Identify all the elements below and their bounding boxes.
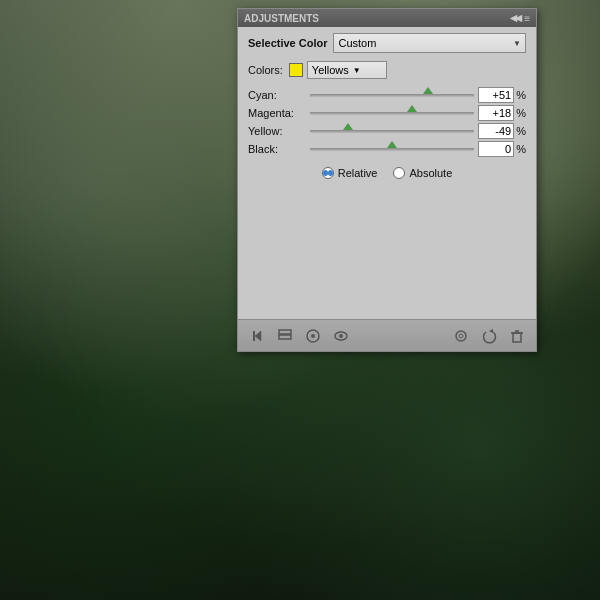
yellow-slider[interactable] xyxy=(310,124,474,138)
empty-area xyxy=(248,179,526,309)
black-value[interactable]: 0 xyxy=(478,141,514,157)
black-label: Black: xyxy=(248,143,306,155)
cyan-thumb[interactable] xyxy=(423,87,433,94)
color-dropdown[interactable]: Yellows ▼ xyxy=(307,61,387,79)
settings-icon xyxy=(453,328,469,344)
adjustments-panel: ADJUSTMENTS ◀◀ ≡ Selective Color Custom … xyxy=(237,8,537,352)
eye-icon xyxy=(333,328,349,344)
magenta-pct: % xyxy=(516,107,526,119)
color-dropdown-arrow: ▼ xyxy=(353,66,361,75)
yellow-track xyxy=(310,130,474,133)
toolbar-settings-btn[interactable] xyxy=(450,325,472,347)
magenta-thumb[interactable] xyxy=(407,105,417,112)
relative-option[interactable]: Relative xyxy=(322,167,378,179)
black-slider[interactable] xyxy=(310,142,474,156)
cyan-slider[interactable] xyxy=(310,88,474,102)
relative-label: Relative xyxy=(338,167,378,179)
svg-point-5 xyxy=(311,334,315,338)
black-track xyxy=(310,148,474,151)
svg-rect-1 xyxy=(253,331,255,341)
cyan-value[interactable]: +51 xyxy=(478,87,514,103)
cyan-row: Cyan: +51 % xyxy=(248,87,526,103)
toolbar-reset-btn[interactable] xyxy=(478,325,500,347)
relative-radio[interactable] xyxy=(322,167,334,179)
yellow-pct: % xyxy=(516,125,526,137)
absolute-radio[interactable] xyxy=(393,167,405,179)
svg-rect-3 xyxy=(279,335,291,339)
svg-marker-10 xyxy=(489,329,493,333)
toolbar-back-btn[interactable] xyxy=(246,325,268,347)
layers-icon xyxy=(277,328,293,344)
color-swatch xyxy=(289,63,303,77)
collapse-icon[interactable]: ◀◀ xyxy=(510,13,520,23)
toolbar-left xyxy=(246,325,352,347)
header-row: Selective Color Custom ▼ xyxy=(248,33,526,53)
panel-content: Selective Color Custom ▼ Colors: Yellows… xyxy=(238,27,536,319)
yellow-label: Yellow: xyxy=(248,125,306,137)
colors-row: Colors: Yellows ▼ xyxy=(248,61,526,79)
color-name: Yellows xyxy=(312,64,349,76)
yellow-row: Yellow: -49 % xyxy=(248,123,526,139)
toolbar-right xyxy=(450,325,528,347)
title-controls: ◀◀ ≡ xyxy=(510,13,530,24)
yellow-value[interactable]: -49 xyxy=(478,123,514,139)
cyan-pct: % xyxy=(516,89,526,101)
cyan-label: Cyan: xyxy=(248,89,306,101)
toolbar-eye-btn[interactable] xyxy=(330,325,352,347)
magenta-slider[interactable] xyxy=(310,106,474,120)
slider-section: Cyan: +51 % Magenta: xyxy=(248,87,526,157)
svg-point-7 xyxy=(339,334,343,338)
toolbar-trash-btn[interactable] xyxy=(506,325,528,347)
panel-toolbar xyxy=(238,319,536,351)
svg-rect-2 xyxy=(279,330,291,334)
black-row: Black: 0 % xyxy=(248,141,526,157)
selective-color-label: Selective Color xyxy=(248,37,327,49)
preset-dropdown-arrow: ▼ xyxy=(513,39,521,48)
circle-icon xyxy=(305,328,321,344)
black-pct: % xyxy=(516,143,526,155)
toolbar-layers-btn[interactable] xyxy=(274,325,296,347)
toolbar-circle-btn[interactable] xyxy=(302,325,324,347)
svg-point-9 xyxy=(459,334,463,338)
colors-label: Colors: xyxy=(248,64,283,76)
trash-icon xyxy=(509,328,525,344)
panel-titlebar: ADJUSTMENTS ◀◀ ≡ xyxy=(238,9,536,27)
panel-title: ADJUSTMENTS xyxy=(244,13,319,24)
black-thumb[interactable] xyxy=(387,141,397,148)
svg-marker-0 xyxy=(255,331,261,341)
svg-rect-11 xyxy=(513,333,521,342)
menu-icon[interactable]: ≡ xyxy=(524,13,530,24)
magenta-row: Magenta: +18 % xyxy=(248,105,526,121)
reset-icon xyxy=(481,328,497,344)
magenta-label: Magenta: xyxy=(248,107,306,119)
radio-row: Relative Absolute xyxy=(248,167,526,179)
absolute-option[interactable]: Absolute xyxy=(393,167,452,179)
preset-value: Custom xyxy=(338,37,376,49)
yellow-thumb[interactable] xyxy=(343,123,353,130)
cyan-track xyxy=(310,94,474,97)
magenta-track xyxy=(310,112,474,115)
magenta-value[interactable]: +18 xyxy=(478,105,514,121)
absolute-label: Absolute xyxy=(409,167,452,179)
back-icon xyxy=(249,328,265,344)
svg-point-8 xyxy=(456,331,466,341)
preset-dropdown[interactable]: Custom ▼ xyxy=(333,33,526,53)
